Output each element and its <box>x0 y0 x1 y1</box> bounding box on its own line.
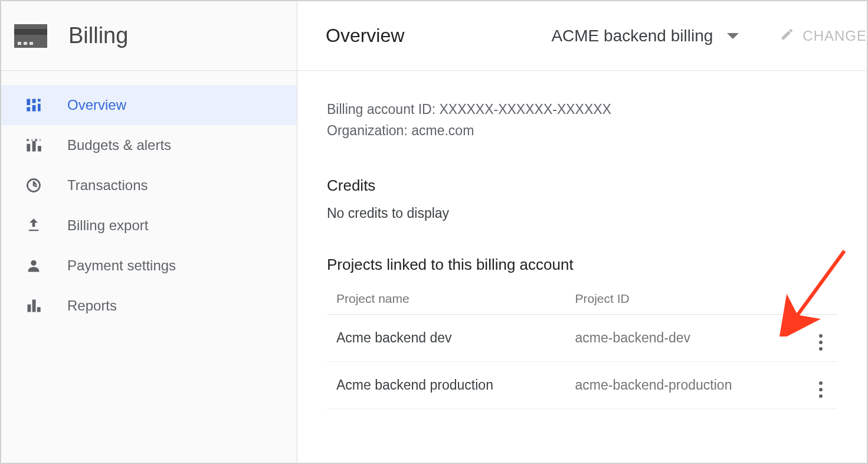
svg-rect-9 <box>38 99 41 102</box>
column-header-project-id: Project ID <box>566 285 805 315</box>
svg-rect-17 <box>39 139 41 142</box>
sidebar-item-label: Budgets & alerts <box>67 137 171 153</box>
projects-title: Projects linked to this billing account <box>327 256 837 274</box>
change-label: CHANGE <box>803 28 867 44</box>
more-vert-icon <box>819 381 823 398</box>
billing-account-id-label: Billing account ID: <box>327 102 435 117</box>
project-name-cell: Acme backend dev <box>327 315 566 362</box>
sidebar-item-overview[interactable]: Overview <box>1 85 297 125</box>
sidebar-item-budgets-alerts[interactable]: Budgets & alerts <box>1 125 297 165</box>
organization-value: acme.com <box>411 123 474 138</box>
svg-rect-22 <box>28 305 31 312</box>
column-header-project-name: Project name <box>327 285 566 315</box>
sidebar-title: Billing <box>68 23 128 48</box>
billing-account-name: ACME backend billing <box>551 27 713 45</box>
sidebar-item-label: Overview <box>67 97 126 113</box>
credits-empty-text: No credits to display <box>327 205 837 221</box>
sidebar-item-transactions[interactable]: Transactions <box>1 165 297 205</box>
svg-rect-23 <box>32 300 36 312</box>
svg-rect-5 <box>27 99 30 106</box>
main-header: Overview ACME backend billing CHANGE <box>297 1 867 71</box>
svg-rect-8 <box>32 105 36 112</box>
svg-rect-6 <box>27 107 30 112</box>
sidebar-item-label: Payment settings <box>67 257 176 274</box>
sidebar-item-payment-settings[interactable]: Payment settings <box>1 246 297 286</box>
project-row-menu-button[interactable] <box>804 362 837 409</box>
chevron-down-icon <box>727 33 739 39</box>
projects-table: Project name Project ID Acme backend dev… <box>327 285 837 409</box>
credits-title: Credits <box>327 177 837 195</box>
svg-rect-7 <box>32 99 36 103</box>
more-vert-icon <box>819 334 823 351</box>
sidebar-item-label: Billing export <box>67 217 148 234</box>
svg-point-21 <box>31 260 36 266</box>
sidebar: Billing Overview Budgets & alerts Transa… <box>1 1 297 463</box>
table-row: Acme backend dev acme-backend-dev <box>327 315 837 362</box>
organization-line: Organization: acme.com <box>327 120 837 142</box>
project-row-menu-button[interactable] <box>804 315 837 362</box>
page-title: Overview <box>326 25 404 47</box>
budgets-icon <box>25 137 42 153</box>
table-row: Acme backend production acme-backend-pro… <box>327 362 837 409</box>
main: Overview ACME backend billing CHANGE Bil… <box>297 1 867 463</box>
svg-rect-10 <box>38 104 41 112</box>
billing-icon <box>14 24 47 48</box>
organization-label: Organization: <box>327 123 408 138</box>
reports-icon <box>25 298 42 314</box>
sidebar-item-label: Reports <box>67 298 117 314</box>
overview-icon <box>25 97 42 113</box>
svg-rect-12 <box>32 141 36 152</box>
svg-rect-24 <box>37 307 41 312</box>
project-id-cell: acme-backend-dev <box>566 315 805 362</box>
svg-rect-3 <box>24 42 27 45</box>
svg-rect-13 <box>38 146 41 151</box>
svg-rect-15 <box>31 139 33 142</box>
svg-rect-1 <box>14 29 47 35</box>
sidebar-header: Billing <box>1 1 297 71</box>
svg-rect-2 <box>18 42 21 45</box>
sidebar-item-label: Transactions <box>67 177 148 194</box>
svg-rect-14 <box>27 139 29 142</box>
person-icon <box>25 257 42 274</box>
svg-line-20 <box>34 185 37 187</box>
svg-rect-11 <box>27 144 30 152</box>
sidebar-item-billing-export[interactable]: Billing export <box>1 205 297 246</box>
project-id-cell: acme-backend-production <box>566 362 805 409</box>
content: Billing account ID: XXXXXX-XXXXXX-XXXXXX… <box>297 71 867 409</box>
billing-account-id-line: Billing account ID: XXXXXX-XXXXXX-XXXXXX <box>327 99 837 120</box>
project-name-cell: Acme backend production <box>327 362 566 409</box>
billing-account-id-value: XXXXXX-XXXXXX-XXXXXX <box>439 102 611 117</box>
svg-rect-16 <box>35 139 37 142</box>
svg-rect-4 <box>30 42 33 45</box>
export-icon <box>25 217 42 234</box>
sidebar-nav: Overview Budgets & alerts Transactions B… <box>1 71 297 326</box>
sidebar-item-reports[interactable]: Reports <box>1 286 297 326</box>
billing-account-selector[interactable]: ACME backend billing <box>551 27 739 45</box>
pencil-icon <box>780 27 794 45</box>
transactions-icon <box>25 177 42 194</box>
change-billing-account-button[interactable]: CHANGE <box>780 27 867 45</box>
